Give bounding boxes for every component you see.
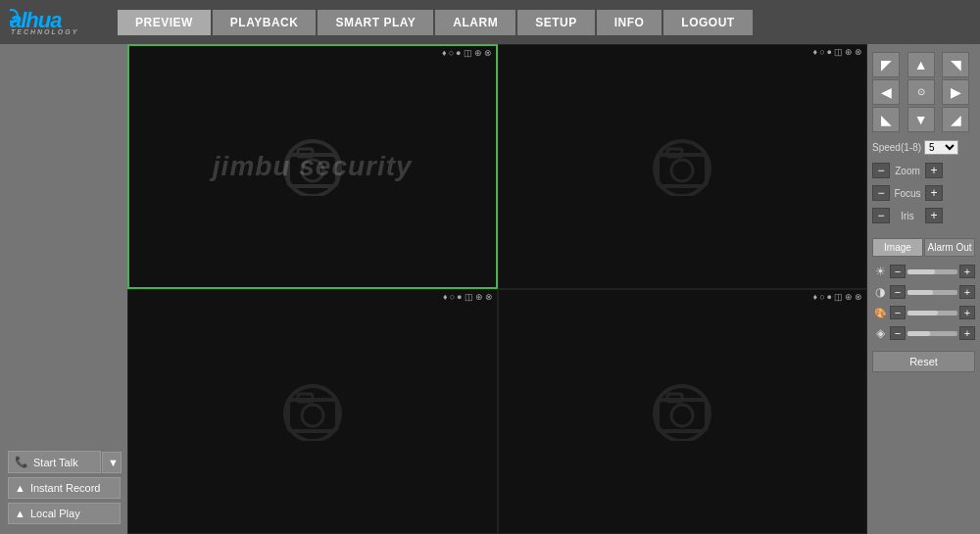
start-talk-wrapper: 📞 Start Talk ▼ (8, 451, 127, 473)
ptz-center[interactable]: ⊙ (907, 79, 935, 105)
ptz-up-left[interactable]: ◤ (872, 52, 900, 77)
tab-setup[interactable]: SETUP (517, 10, 595, 35)
zoom-plus[interactable]: + (925, 163, 943, 178)
contrast-row: ◑ − + (872, 285, 975, 299)
toolbar-icon-2: ○ (449, 48, 454, 58)
brightness-minus[interactable]: − (890, 265, 906, 278)
svg-point-17 (671, 405, 693, 426)
start-talk-label: Start Talk (33, 457, 78, 468)
iris-plus[interactable]: + (925, 208, 943, 223)
contrast-slider[interactable] (907, 290, 957, 295)
toolbar4-icon-1: ♦ (813, 292, 818, 302)
iris-row: − Iris + (872, 208, 975, 223)
hue-icon: ◈ (872, 326, 888, 340)
video-cell-4[interactable]: ♦ ○ ● ◫ ⊕ ⊗ (498, 289, 868, 534)
tab-image[interactable]: Image (872, 238, 923, 257)
saturation-icon: 🎨 (872, 308, 888, 318)
start-talk-button[interactable]: 📞 Start Talk (8, 451, 101, 473)
nav-tabs: PREVIEW PLAYBACK SMART PLAY ALARM SETUP … (118, 10, 753, 35)
main-layout: 📞 Start Talk ▼ ▲ Instant Record ▲ Local … (0, 44, 980, 534)
iris-label: Iris (893, 211, 922, 221)
ptz-controls: ◤ ▲ ◥ ◀ ⊙ ▶ ◣ ▼ ◢ (872, 52, 975, 132)
svg-point-9 (671, 160, 693, 181)
speed-label: Speed(1-8) (872, 142, 921, 153)
focus-label: Focus (893, 188, 922, 199)
ptz-down[interactable]: ▼ (907, 107, 935, 132)
camera-icon-2 (648, 137, 716, 196)
toolbar2-icon-2: ○ (819, 47, 824, 57)
focus-minus[interactable]: − (872, 185, 890, 201)
toolbar4-icon-5: ⊕ (845, 292, 853, 302)
local-play-button[interactable]: ▲ Local Play (8, 503, 121, 524)
tab-info[interactable]: INFO (597, 10, 662, 35)
hue-minus[interactable]: − (890, 326, 906, 340)
start-talk-dropdown[interactable]: ▼ (102, 452, 122, 473)
toolbar4-icon-2: ○ (819, 292, 824, 302)
record-icon: ▲ (15, 482, 25, 494)
play-icon: ▲ (15, 508, 25, 519)
logo: alhua TECHNOLOGY (10, 2, 98, 42)
tab-playback[interactable]: PLAYBACK (213, 10, 317, 35)
phone-icon: 📞 (15, 456, 28, 468)
sidebar-right: ◤ ▲ ◥ ◀ ⊙ ▶ ◣ ▼ ◢ Speed(1-8) 5 1234 678 … (867, 44, 980, 534)
toolbar4-icon-4: ◫ (834, 292, 843, 302)
toolbar-icon-3: ● (456, 48, 461, 58)
tab-alarm[interactable]: ALARM (435, 10, 515, 35)
toolbar2-icon-6: ⊗ (855, 47, 862, 57)
ptz-right[interactable]: ▶ (942, 79, 969, 105)
toolbar-icon-5: ⊕ (474, 48, 482, 58)
hue-slider[interactable] (907, 331, 957, 336)
camera-icon-4 (648, 382, 716, 441)
saturation-plus[interactable]: + (959, 306, 975, 319)
hue-row: ◈ − + (872, 326, 975, 340)
contrast-plus[interactable]: + (959, 285, 975, 299)
zoom-minus[interactable]: − (872, 163, 890, 178)
local-play-label: Local Play (30, 508, 80, 519)
toolbar3-icon-4: ◫ (465, 292, 473, 302)
image-tabs: Image Alarm Out (872, 238, 975, 257)
brightness-slider[interactable] (907, 269, 957, 274)
speed-select[interactable]: 5 1234 678 (924, 140, 958, 155)
sidebar-left: 📞 Start Talk ▼ ▲ Instant Record ▲ Local … (0, 44, 127, 534)
video-toolbar-4: ♦ ○ ● ◫ ⊕ ⊗ (813, 292, 862, 302)
focus-plus[interactable]: + (925, 185, 943, 201)
contrast-minus[interactable]: − (890, 285, 906, 299)
ptz-up[interactable]: ▲ (907, 52, 935, 77)
svg-text:TECHNOLOGY: TECHNOLOGY (11, 28, 78, 35)
saturation-minus[interactable]: − (890, 306, 906, 319)
hue-plus[interactable]: + (959, 326, 975, 340)
saturation-row: 🎨 − + (872, 306, 975, 319)
toolbar4-icon-6: ⊗ (855, 292, 862, 302)
focus-row: − Focus + (872, 185, 975, 201)
video-cell-3[interactable]: ♦ ○ ● ◫ ⊕ ⊗ (127, 289, 498, 534)
ptz-down-right[interactable]: ◢ (942, 107, 969, 132)
video-cell-2[interactable]: ♦ ○ ● ◫ ⊕ ⊗ (498, 44, 868, 289)
ptz-left[interactable]: ◀ (872, 79, 900, 105)
reset-button[interactable]: Reset (872, 351, 975, 372)
zoom-row: − Zoom + (872, 163, 975, 178)
video-grid: ♦ ○ ● ◫ ⊕ ⊗ jimbu security ♦ ○ ● ◫ (127, 44, 867, 534)
tab-logout[interactable]: LOGOUT (663, 10, 752, 35)
tab-alarm-out[interactable]: Alarm Out (924, 238, 975, 257)
svg-point-5 (302, 160, 323, 181)
saturation-slider[interactable] (907, 311, 957, 316)
toolbar2-icon-4: ◫ (834, 47, 843, 57)
toolbar3-icon-3: ● (457, 292, 462, 302)
contrast-icon: ◑ (872, 285, 888, 299)
logo-text: alhua TECHNOLOGY (10, 17, 98, 41)
divider (872, 230, 975, 234)
ptz-down-left[interactable]: ◣ (872, 107, 900, 132)
speed-row: Speed(1-8) 5 1234 678 (872, 140, 975, 155)
toolbar2-icon-3: ● (827, 47, 832, 57)
tab-smart-play[interactable]: SMART PLAY (318, 10, 433, 35)
video-cell-1[interactable]: ♦ ○ ● ◫ ⊕ ⊗ jimbu security (127, 44, 498, 289)
toolbar3-icon-6: ⊗ (485, 292, 493, 302)
instant-record-button[interactable]: ▲ Instant Record (8, 477, 121, 499)
iris-minus[interactable]: − (872, 208, 890, 223)
toolbar3-icon-5: ⊕ (475, 292, 483, 302)
ptz-up-right[interactable]: ◥ (942, 52, 969, 77)
tab-preview[interactable]: PREVIEW (118, 10, 211, 35)
toolbar4-icon-3: ● (827, 292, 832, 302)
camera-icon-3 (278, 382, 347, 441)
brightness-plus[interactable]: + (959, 265, 975, 278)
